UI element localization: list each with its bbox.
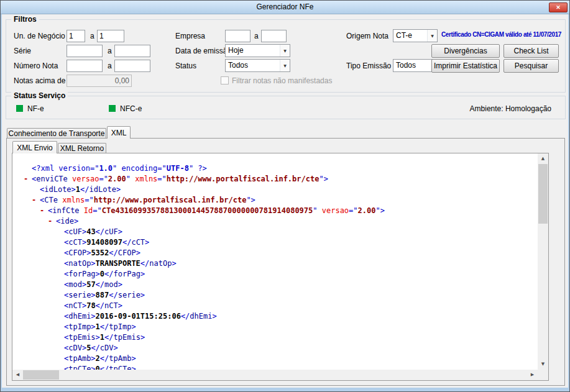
collapse-toggle[interactable]: - — [40, 206, 48, 216]
scroll-right-button[interactable]: ▶ — [527, 370, 538, 380]
xml-token-p: 1.0 — [99, 164, 113, 173]
close-button[interactable]: ✕ — [549, 2, 568, 12]
collapse-toggle[interactable]: - — [24, 174, 32, 185]
xml-line: <nCT>78</nCT> — [12, 301, 538, 311]
xml-token-m: " — [126, 175, 135, 183]
xml-line: <cCT>91408097</cCT> — [12, 237, 538, 248]
imprimir-estatistica-button[interactable]: Imprimir Estatística — [431, 59, 500, 73]
xml-token-t: nCT — [104, 301, 118, 310]
numero-nota-label: Número Nota — [14, 60, 58, 72]
manifest-checkbox-label: Filtrar notas não manifestadas — [232, 75, 332, 87]
xml-token-m: > — [131, 354, 136, 363]
tab-conhecimento-transporte[interactable]: Conhecimento de Transporte — [7, 128, 106, 138]
xml-line: <tpAmb>2</tpAmb> — [12, 353, 538, 364]
data-emissao-value: Hoje — [228, 45, 244, 57]
empresa-from-input[interactable] — [225, 30, 251, 42]
horizontal-scrollbar-thumb[interactable] — [23, 370, 59, 380]
xml-token-m: > — [118, 301, 122, 310]
toggle-spacer — [56, 332, 64, 343]
scroll-up-button[interactable]: ▲ — [538, 153, 548, 164]
xml-token-m: =" — [99, 175, 108, 183]
xml-token-m: > — [136, 248, 140, 257]
xml-line: <tpImp>1</tpImp> — [12, 322, 538, 332]
xml-token-m: > — [96, 333, 100, 342]
xml-token-x: 0 — [96, 365, 100, 370]
xml-viewer: <?xml version="1.0" encoding="UTF-8" ?>-… — [12, 153, 548, 380]
chevron-down-icon: ▼ — [280, 45, 290, 57]
xml-token-m: "> — [375, 206, 384, 215]
data-emissao-select[interactable]: Hoje ▼ — [225, 44, 290, 57]
status-select[interactable]: Todos ▼ — [225, 59, 290, 72]
scroll-left-button[interactable]: ◀ — [12, 370, 23, 380]
xml-token-x: 2016-09-01T15:25:06 — [96, 312, 181, 321]
collapse-toggle[interactable]: - — [32, 195, 40, 206]
origem-nota-label: Origem Nota — [346, 30, 388, 42]
xml-token-t: cDV — [100, 344, 114, 352]
collapse-toggle[interactable]: - — [48, 216, 56, 227]
toggle-spacer — [56, 269, 64, 280]
empresa-to-input[interactable] — [261, 30, 287, 42]
un-negocio-from-input[interactable] — [67, 30, 85, 42]
filters-group-title: Filtros — [11, 15, 39, 24]
xml-token-t: mod — [68, 280, 82, 289]
numero-nota-to-input[interactable] — [114, 60, 150, 72]
toggle-spacer — [56, 322, 64, 332]
xml-token-m: > — [91, 354, 95, 363]
close-icon: ✕ — [556, 4, 561, 11]
xml-token-t: tpAmb — [68, 354, 91, 363]
tab-xml-envio[interactable]: XML Envio — [12, 141, 57, 153]
horizontal-scrollbar[interactable]: ◀ ▶ — [12, 370, 538, 380]
title-bar[interactable]: Gerenciador NFe ✕ — [1, 1, 569, 14]
scroll-up-icon: ▲ — [541, 156, 545, 161]
pesquisar-button[interactable]: Pesquisar — [503, 59, 559, 73]
xml-token-m: > — [131, 365, 136, 370]
notas-acima-label: Notas acima de — [14, 75, 65, 87]
xml-token-t: ide — [60, 217, 74, 226]
nfce-status-indicator — [109, 105, 116, 112]
xml-token-x: 1 — [76, 185, 80, 194]
vertical-scrollbar[interactable]: ▲ ▼ — [538, 153, 548, 370]
divergencias-button[interactable]: Divergências — [431, 44, 500, 58]
xml-token-m: =" — [93, 206, 101, 215]
tab-label: XML Retorno — [60, 144, 104, 153]
xml-token-v: http://www.portalfiscal.inf.br/cte — [94, 196, 247, 204]
xml-token-a: versao — [322, 206, 349, 215]
range-separator: a — [108, 45, 112, 57]
toggle-spacer — [56, 343, 64, 353]
xml-token-a: Id — [84, 206, 93, 215]
toggle-spacer — [56, 280, 64, 290]
xml-token-t: natOp — [68, 259, 91, 268]
xml-token-m: </ — [91, 344, 99, 352]
window-body: Filtros Un. de Negócio a Série a Número … — [2, 14, 568, 388]
toggle-spacer — [56, 248, 64, 258]
nfe-status-indicator — [16, 105, 23, 112]
range-separator: a — [90, 30, 94, 42]
un-negocio-to-input[interactable] — [97, 30, 124, 42]
xml-token-m: > — [71, 185, 76, 194]
xml-line: -<enviCTe versao="2.00" xmlns="http://ww… — [12, 174, 538, 185]
origem-nota-select[interactable]: CT-e ▼ — [393, 29, 438, 42]
xml-token-t: enviCTe — [36, 175, 68, 183]
tab-xml-retorno[interactable]: XML Retorno — [58, 143, 106, 153]
xml-token-p: UTF-8 — [167, 164, 189, 173]
xml-content: <?xml version="1.0" encoding="UTF-8" ?>-… — [12, 153, 538, 370]
xml-token-m: </ — [96, 227, 104, 236]
check-list-button[interactable]: Check List — [503, 44, 559, 58]
xml-token-m: > — [96, 270, 100, 278]
xml-token-m: </ — [140, 259, 149, 268]
xml-token-m: =" — [349, 206, 357, 215]
xml-token-m: " ?> — [189, 164, 207, 173]
toggle-spacer — [56, 364, 64, 370]
xml-token-t: infCte — [52, 206, 79, 215]
serie-from-input[interactable] — [67, 45, 103, 57]
xml-token-t: nCT — [68, 301, 82, 310]
xml-token-t: forPag — [114, 270, 140, 278]
serie-to-input[interactable] — [114, 45, 150, 57]
numero-nota-from-input[interactable] — [67, 60, 103, 72]
tab-label: Conhecimento de Transporte — [9, 129, 105, 138]
vertical-scrollbar-thumb[interactable] — [538, 164, 548, 224]
serie-label: Série — [14, 45, 31, 57]
scroll-down-button[interactable]: ▼ — [538, 359, 548, 370]
tab-xml[interactable]: XML — [107, 126, 131, 139]
status-value: Todos — [228, 60, 248, 71]
